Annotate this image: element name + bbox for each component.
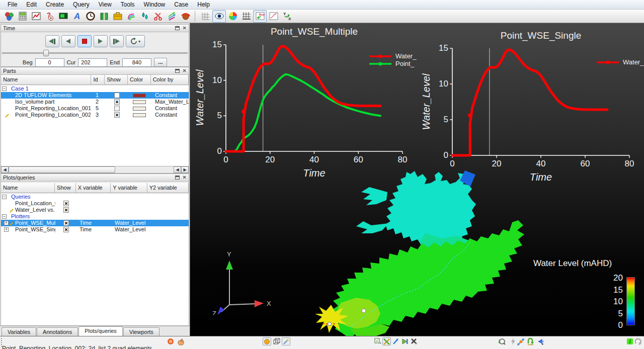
tree-collapse-icon[interactable]: − <box>2 86 7 91</box>
parts-group-row[interactable]: −Case 1 <box>1 85 189 92</box>
tree-collapse-icon[interactable]: − <box>2 195 7 199</box>
tree-expand-icon[interactable]: + <box>4 221 9 225</box>
menu-item-edit[interactable]: Edit <box>22 0 41 9</box>
plots-row[interactable]: +Point_WSE_Single✕TimeWater_Level <box>1 226 189 233</box>
step-back-button[interactable] <box>61 35 75 47</box>
color-swatch[interactable] <box>133 100 146 104</box>
column-header-name[interactable]: Name <box>1 75 91 84</box>
column-header-id[interactable]: Id <box>91 75 105 84</box>
column-header-name[interactable]: Name <box>1 183 55 193</box>
magic-wand-icon[interactable]: ✱ <box>282 337 290 345</box>
menu-item-case[interactable]: Case <box>170 0 193 9</box>
bounding-cube-icon[interactable] <box>272 337 281 345</box>
float-panel-icon[interactable] <box>175 69 180 73</box>
step-forward-icon[interactable] <box>400 337 409 345</box>
tab-plots-queries[interactable]: Plots/queries <box>78 326 123 336</box>
column-header-show[interactable]: Show <box>55 183 76 193</box>
parts-row[interactable]: Iso_volume part2✕Max_Water_Leve <box>1 99 189 105</box>
scroll-right-icon[interactable]: ▶ <box>181 166 189 173</box>
show-checkbox[interactable]: ✕ <box>114 112 120 118</box>
menu-item-window[interactable]: Window <box>139 0 170 9</box>
jump-end-button[interactable] <box>110 35 124 47</box>
plots-row[interactable]: +Point_WSE_Multi...✕TimeWater_Level <box>1 220 189 226</box>
color-swatch[interactable] <box>133 113 146 117</box>
parts-row[interactable]: Point_Reporting_Location_0023✕Constant <box>1 112 189 118</box>
time-slider[interactable] <box>2 49 188 56</box>
render-viewport[interactable]: Point_WSE_MultipleWater_LevelTimeWater_P… <box>190 23 644 336</box>
column-header-x-variable[interactable]: X variable <box>76 183 111 193</box>
record-indicator-icon[interactable] <box>166 337 175 345</box>
float-panel-icon[interactable] <box>175 26 180 30</box>
lighting-icon[interactable] <box>263 337 271 345</box>
stop-button[interactable] <box>77 35 92 47</box>
view-direction-icon[interactable]: ▸ <box>536 337 545 345</box>
column-header-color-by[interactable]: Color by <box>151 75 189 84</box>
time-slider-thumb[interactable] <box>43 50 49 56</box>
show-checkbox[interactable]: ✕ <box>63 227 69 232</box>
float-panel-icon[interactable] <box>175 176 180 180</box>
tree-collapse-icon[interactable]: − <box>2 214 7 219</box>
redo-arrow-icon[interactable] <box>634 337 643 345</box>
show-checkbox[interactable] <box>114 93 120 98</box>
column-header-color[interactable]: Color <box>128 75 151 84</box>
info-indicator-icon[interactable]: i <box>625 337 634 345</box>
color-swatch[interactable] <box>133 107 146 111</box>
tab-variables[interactable]: Variables <box>2 327 36 336</box>
menu-item-query[interactable]: Query <box>68 0 94 9</box>
close-panel-icon[interactable]: ✕ <box>183 26 187 30</box>
show-legend-icon[interactable] <box>212 10 226 23</box>
curve-box-icon[interactable] <box>267 10 280 23</box>
plot-icon[interactable] <box>29 10 43 23</box>
show-checkbox[interactable] <box>114 106 120 111</box>
variables-calculator-icon[interactable] <box>16 10 29 23</box>
menu-item-file[interactable]: File <box>3 0 22 9</box>
move-points-icon[interactable] <box>517 337 525 345</box>
cur-field[interactable]: 202 <box>78 58 107 67</box>
fluids-drops-icon[interactable] <box>138 10 151 23</box>
zoom-reset-icon[interactable] <box>498 337 507 345</box>
swap-xy-icon[interactable]: YX <box>280 10 294 23</box>
chart-point-wse-single[interactable]: Point_WSE_SingleWater_LevelTimeWater_020… <box>417 23 644 189</box>
menu-item-view[interactable]: View <box>94 0 116 9</box>
annotate-arrow-icon[interactable] <box>391 337 400 345</box>
tab-viewports[interactable]: Viewports <box>123 327 159 336</box>
show-checkbox[interactable]: ✕ <box>63 207 69 213</box>
scroll-left2-icon[interactable]: ◀ <box>174 166 181 173</box>
tree-expand-icon[interactable]: + <box>4 227 9 232</box>
end-field[interactable]: 840 <box>122 58 151 67</box>
column-header-y2-variable[interactable]: Y2 variable <box>147 183 189 193</box>
query-probe-icon[interactable]: ? <box>43 10 56 23</box>
palettes-icon[interactable] <box>124 10 138 23</box>
add-viewport-icon[interactable]: ++ <box>373 337 382 345</box>
menu-item-create[interactable]: Create <box>41 0 68 9</box>
transform-tool-icon[interactable] <box>382 337 391 345</box>
particle-trace-icon[interactable] <box>179 10 192 23</box>
plot-grid-icon[interactable] <box>199 10 212 23</box>
show-checkbox[interactable]: ✕ <box>114 99 120 105</box>
time-options-button[interactable]: ... <box>154 58 167 67</box>
menu-item-help[interactable]: Help <box>193 0 214 9</box>
case-toolbox-icon[interactable] <box>111 10 124 23</box>
column-header-show[interactable]: Show <box>105 75 128 84</box>
plots-row[interactable]: Point_Location_0...✕ <box>1 200 189 207</box>
plots-row[interactable]: −Plotters <box>1 213 189 220</box>
close-panel-icon[interactable]: ✕ <box>183 176 187 180</box>
parts-row[interactable]: Point_Reporting_Location_0015Constant <box>1 105 189 112</box>
flash-icon[interactable] <box>509 337 517 345</box>
show-checkbox[interactable]: ✕ <box>63 220 69 226</box>
scroll-left-icon[interactable]: ◀ <box>1 166 9 173</box>
reporting-point-001-marker[interactable] <box>362 309 366 313</box>
plots-row[interactable]: Water_Level vs. T...✕ <box>1 207 189 213</box>
time-icon[interactable] <box>84 10 97 23</box>
axes-grid-icon[interactable] <box>239 10 253 23</box>
clip-scissors-icon[interactable] <box>151 10 165 23</box>
scroll-thumb[interactable] <box>9 166 115 173</box>
beg-field[interactable]: 0 <box>35 58 64 67</box>
color-swatch[interactable] <box>133 94 146 98</box>
loop-button[interactable]: ▾ <box>126 35 145 47</box>
plot-key-icon[interactable]: Key <box>253 10 267 23</box>
column-header-y-variable[interactable]: Y variable <box>111 183 147 193</box>
tools-wrench-icon[interactable] <box>410 337 418 345</box>
parts-row[interactable]: 2D TUFLOW Elements1Constant <box>1 92 189 99</box>
vector-arrows-icon[interactable] <box>165 10 179 23</box>
